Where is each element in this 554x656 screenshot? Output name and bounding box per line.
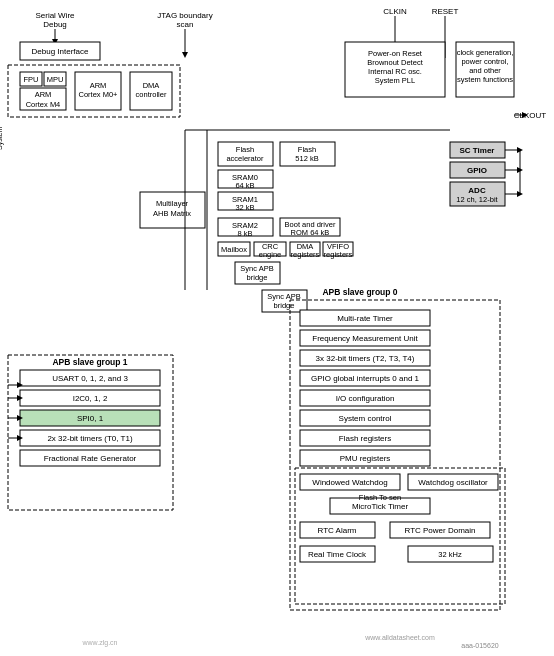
svg-text:power control,: power control, <box>461 57 508 66</box>
svg-text:Watchdog oscillator: Watchdog oscillator <box>418 478 488 487</box>
svg-text:Multi-rate Timer: Multi-rate Timer <box>337 314 393 323</box>
svg-text:APB slave group 0: APB slave group 0 <box>322 287 397 297</box>
svg-text:SC Timer: SC Timer <box>460 146 495 155</box>
svg-text:RTC Alarm: RTC Alarm <box>318 526 357 535</box>
svg-text:RTC Power Domain: RTC Power Domain <box>405 526 476 535</box>
svg-text:RESET: RESET <box>432 7 459 16</box>
svg-text:Windowed Watchdog: Windowed Watchdog <box>312 478 387 487</box>
svg-text:ADC: ADC <box>468 186 486 195</box>
svg-text:Mailbox: Mailbox <box>221 245 247 254</box>
svg-text:ARM: ARM <box>35 90 52 99</box>
svg-text:32 kHz: 32 kHz <box>438 550 462 559</box>
svg-text:Debug: Debug <box>43 20 67 29</box>
svg-text:engine: engine <box>259 250 282 259</box>
svg-text:scan: scan <box>177 20 194 29</box>
svg-text:System control: System control <box>339 414 392 423</box>
svg-text:GPIO global interrupts 0 and 1: GPIO global interrupts 0 and 1 <box>311 374 420 383</box>
svg-text:2x 32-bit timers (T0, T1): 2x 32-bit timers (T0, T1) <box>47 434 133 443</box>
svg-text:ARM: ARM <box>90 81 107 90</box>
svg-text:Frequency Measurement Unit: Frequency Measurement Unit <box>312 334 418 343</box>
svg-text:aaa-015620: aaa-015620 <box>461 642 498 649</box>
svg-text:www.alldatasheet.com: www.alldatasheet.com <box>364 634 435 641</box>
svg-text:Real Time Clock: Real Time Clock <box>308 550 367 559</box>
svg-text:www.zlg.cn: www.zlg.cn <box>81 639 117 647</box>
svg-text:I2C0, 1, 2: I2C0, 1, 2 <box>73 394 108 403</box>
svg-text:FPU: FPU <box>24 75 39 84</box>
svg-text:USART 0, 1, 2, and 3: USART 0, 1, 2, and 3 <box>52 374 128 383</box>
svg-text:bridge: bridge <box>274 301 295 310</box>
svg-text:I/O configuration: I/O configuration <box>336 394 395 403</box>
svg-text:registers: registers <box>324 250 353 259</box>
svg-text:bridge: bridge <box>247 273 268 282</box>
svg-text:Flash To sen: Flash To sen <box>359 493 401 502</box>
svg-text:Cortex M0+: Cortex M0+ <box>79 90 119 99</box>
diagram-svg: Serial Wire Debug JTAG boundary scan CLK… <box>0 0 554 656</box>
svg-text:CLKIN: CLKIN <box>383 7 407 16</box>
svg-text:64 kB: 64 kB <box>235 181 254 190</box>
svg-text:registers: registers <box>291 250 320 259</box>
svg-text:8 kB: 8 kB <box>237 229 252 238</box>
svg-text:controller: controller <box>136 90 167 99</box>
svg-text:Sync APB: Sync APB <box>267 292 300 301</box>
svg-text:Fractional Rate Generator: Fractional Rate Generator <box>44 454 137 463</box>
svg-text:system functions: system functions <box>457 75 513 84</box>
svg-text:MicroTick Timer: MicroTick Timer <box>352 502 408 511</box>
svg-text:APB slave group 1: APB slave group 1 <box>52 357 127 367</box>
svg-text:Flash registers: Flash registers <box>339 434 391 443</box>
svg-text:Flash: Flash <box>298 145 316 154</box>
svg-text:Sync APB: Sync APB <box>240 264 273 273</box>
svg-text:JTAG boundary: JTAG boundary <box>157 11 212 20</box>
svg-text:accelerator: accelerator <box>226 154 264 163</box>
svg-text:Internal RC osc.: Internal RC osc. <box>368 67 422 76</box>
svg-text:Debug Interface: Debug Interface <box>32 47 89 56</box>
svg-text:clock generation,: clock generation, <box>457 48 514 57</box>
svg-text:Cortex M4: Cortex M4 <box>26 100 61 109</box>
diagram-container: Serial Wire Debug JTAG boundary scan CLK… <box>0 0 554 656</box>
svg-text:MPU: MPU <box>47 75 64 84</box>
svg-text:System: System <box>0 126 4 150</box>
svg-text:Brownout Detect: Brownout Detect <box>367 58 423 67</box>
svg-text:Multilayer: Multilayer <box>156 199 189 208</box>
serial-wire-debug-label: Serial Wire <box>35 11 75 20</box>
svg-text:and other: and other <box>469 66 501 75</box>
svg-text:Power-on Reset: Power-on Reset <box>368 49 423 58</box>
svg-text:32 kB: 32 kB <box>235 203 254 212</box>
svg-text:System PLL: System PLL <box>375 76 415 85</box>
svg-text:12 ch, 12-bit: 12 ch, 12-bit <box>456 195 498 204</box>
svg-text:3x 32-bit timers (T2, T3, T4): 3x 32-bit timers (T2, T3, T4) <box>316 354 415 363</box>
svg-text:ROM 64 kB: ROM 64 kB <box>291 228 330 237</box>
svg-text:GPIO: GPIO <box>467 166 487 175</box>
svg-text:512 kB: 512 kB <box>295 154 318 163</box>
svg-text:Flash: Flash <box>236 145 254 154</box>
svg-text:PMU registers: PMU registers <box>340 454 391 463</box>
svg-text:SPI0, 1: SPI0, 1 <box>77 414 104 423</box>
svg-text:DMA: DMA <box>143 81 160 90</box>
